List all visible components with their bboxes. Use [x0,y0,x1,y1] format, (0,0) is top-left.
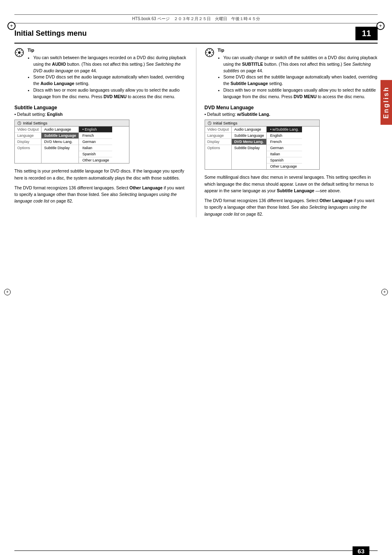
settings-label-2: Language [15,133,41,139]
dvd-menu-heading: DVD Menu Language [205,105,378,111]
settings-roption-1-selected: • w/Subtitle Lang. [267,127,302,133]
settings-labels-col-right: Video Output Language Display Options [205,127,232,169]
settings-menu-3: DVD Menu Lang. [42,139,78,145]
svg-point-6 [208,51,211,54]
tip-bullet-left-1: You can switch between the languages rec… [33,55,188,74]
settings-panel-header-right: Initial Settings [205,120,319,127]
dvd-menu-default-setting: • Default setting: w/Subtitle Lang. [205,112,378,117]
tip-gear-icon-right [205,48,214,58]
tip-bullet-right-2: Some DVD discs set the subtitle language… [224,74,378,87]
settings-panel-left: Initial Settings Video Output Language D… [14,120,129,164]
settings-menu-4: Subtitle Display [42,145,78,151]
svg-line-4 [19,123,20,124]
subtitle-language-heading: Subtitle Language [14,105,188,111]
settings-roption-7: Other Language [267,164,302,169]
settings-rmenu-4: Subtitle Display [232,145,267,151]
settings-label-4: Options [15,145,41,151]
settings-rlabel-4: Options [205,145,231,151]
tip-gear-icon-left [14,48,24,58]
mid-left-dec: + [4,289,11,295]
settings-rmenu-1: Audio Language [232,127,267,133]
corner-dec-tr: + [376,22,385,30]
japanese-header: HTS.book 63 ページ ２０３年２月２５日 火曜日 午後１時４５分 [14,14,378,23]
settings-panel-body-right: Video Output Language Display Options Au… [205,127,319,169]
subtitle-default-setting: • Default setting: English [14,112,188,117]
page-number-area: 63 En [353,546,369,555]
tip-box-right: Tip You can usually change or switch off… [205,48,378,100]
tip-bullet-right-3: Discs with two or more subtitle language… [224,87,378,100]
mid-right-dec: + [381,289,388,295]
settings-roption-3: French [267,139,302,145]
body-text-right-1: Some multilingual discs have disc menus … [205,174,378,194]
body-text-left-2: The DVD format recognizes 136 different … [14,184,188,205]
tip-content-left: Tip You can switch between the languages… [28,48,188,100]
page-number-badge: 63 [353,546,369,555]
tip-icon-left [14,48,24,100]
body-text-right-2: The DVD format recognizes 136 different … [205,197,378,217]
settings-rmenu-3-active: DVD Menu Lang. [232,139,267,145]
corner-dec-tl: + [7,22,16,30]
settings-roption-4: German [267,145,302,151]
tip-icon-right [205,48,214,100]
settings-panel-title-right: Initial Settings [213,121,238,125]
settings-panel-icon-left [17,121,21,125]
tip-title-left: Tip [28,48,188,53]
settings-label-1: Video Output [15,127,41,133]
tip-title-right: Tip [218,48,378,53]
svg-point-1 [18,51,21,54]
settings-menu-1: Audio Language [42,127,78,133]
main-content: Tip You can switch between the languages… [14,48,378,217]
header-title-area: Initial Settings menu [14,27,355,40]
subtitle-default-value: English [47,112,63,117]
settings-menu-2-active: Subtitle Language [42,133,78,139]
settings-option-5: Spanish [79,151,112,157]
settings-menu-col-left: Audio Language Subtitle Language DVD Men… [42,127,79,163]
settings-roption-2: English [267,133,302,139]
settings-labels-col-left: Video Output Language Display Options [15,127,42,163]
settings-option-3: German [79,139,112,145]
body-text-left-1: This setting is your preferred subtitle … [14,168,188,181]
dvd-menu-default-value: w/Subtitle Lang. [237,112,270,117]
settings-panel-right: Initial Settings Video Output Language D… [205,120,320,170]
settings-label-3: Display [15,139,41,145]
settings-panel-body-left: Video Output Language Display Options Au… [15,127,129,163]
settings-panel-title-left: Initial Settings [23,121,47,125]
chapter-badge: 11 [355,27,378,40]
tip-bullet-left-3: Discs with two or more audio languages u… [33,87,188,100]
tip-bullets-right: You can usually change or switch off the… [218,55,378,100]
tip-bullet-right-1: You can usually change or switch off the… [224,55,378,74]
settings-options-col-left: • English French German Italian Spanish … [79,127,112,163]
tip-content-right: Tip You can usually change or switch off… [218,48,378,100]
bottom-line [14,550,378,551]
left-column: Tip You can switch between the languages… [14,48,196,217]
settings-option-4: Italian [79,145,112,151]
settings-roption-6: Spanish [267,157,302,164]
settings-rlabel-2: Language [205,133,231,139]
svg-line-9 [210,123,210,124]
japanese-header-text: HTS.book 63 ページ ２０３年２月２５日 火曜日 午後１時４５分 [132,16,260,21]
tip-bullets-left: You can switch between the languages rec… [28,55,188,100]
english-sidebar-label: English [380,80,392,125]
subtitle-language-section: Subtitle Language • Default setting: Eng… [14,105,188,204]
tip-bullet-left-2: Some DVD discs set the audio language au… [33,74,188,87]
tip-box-left: Tip You can switch between the languages… [14,48,188,100]
settings-option-2: French [79,133,112,139]
settings-rlabel-3: Display [205,139,231,145]
right-column: Tip You can usually change or switch off… [196,48,378,217]
page: + + HTS.book 63 ページ ２０３年２月２５日 火曜日 午後１時４５… [0,14,392,555]
settings-rlabel-1: Video Output [205,127,231,133]
settings-panel-icon-right [208,121,212,125]
settings-options-col-right: • w/Subtitle Lang. English French German… [267,127,302,169]
settings-menu-col-right: Audio Language Subtitle Language DVD Men… [232,127,267,169]
page-title: Initial Settings menu [14,29,87,38]
settings-roption-5: Italian [267,151,302,157]
page-header: Initial Settings menu 11 [14,27,378,44]
settings-rmenu-2: Subtitle Language [232,133,267,139]
settings-option-1-selected: • English [79,127,112,133]
settings-option-6: Other Language [79,157,112,163]
settings-panel-header-left: Initial Settings [15,120,129,127]
dvd-menu-language-section: DVD Menu Language • Default setting: w/S… [205,105,378,217]
